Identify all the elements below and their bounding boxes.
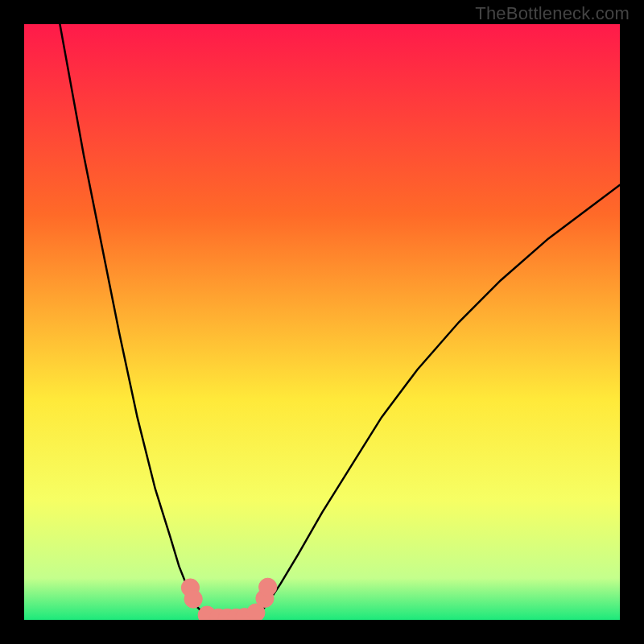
data-marker (184, 590, 202, 608)
watermark-text: TheBottleneck.com (475, 3, 630, 24)
gradient-background (24, 24, 620, 620)
chart-svg (24, 24, 620, 620)
data-marker (259, 578, 277, 596)
chart-frame: TheBottleneck.com (0, 0, 644, 644)
plot-area (24, 24, 620, 620)
